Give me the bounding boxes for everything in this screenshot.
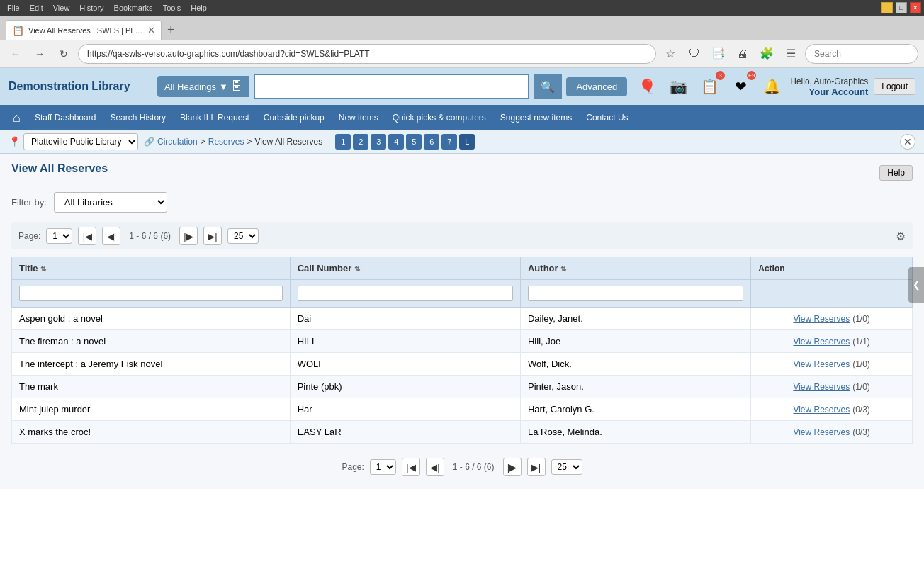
- filter-libraries-select[interactable]: All Libraries: [54, 192, 167, 213]
- search-category-label: All Headings: [164, 81, 216, 92]
- maximize-button[interactable]: □: [896, 2, 907, 13]
- refresh-button[interactable]: ↻: [54, 44, 74, 64]
- scroll-right-arrow[interactable]: ❮: [908, 267, 924, 303]
- view-reserves-link[interactable]: View Reserves: [793, 427, 850, 437]
- last-page-btn-bottom[interactable]: ▶|: [527, 458, 546, 476]
- print-icon[interactable]: 🖨: [733, 44, 753, 64]
- back-button[interactable]: ←: [6, 44, 26, 64]
- menu-view[interactable]: View: [49, 2, 74, 13]
- page-num-1[interactable]: 1: [335, 134, 351, 150]
- nav-quick-picks[interactable]: Quick picks & computers: [385, 107, 493, 128]
- cell-author: Pinter, Jason.: [520, 376, 750, 398]
- cell-title: The mark: [12, 376, 291, 398]
- page-num-5[interactable]: 5: [406, 134, 422, 150]
- menu-bookmarks[interactable]: Bookmarks: [110, 2, 157, 13]
- cell-author: La Rose, Melinda.: [520, 421, 750, 444]
- cell-call-number: EASY LaR: [290, 421, 520, 444]
- breadcrumb-location: 📍 Platteville Public Library: [9, 133, 138, 150]
- page-num-3[interactable]: 3: [371, 134, 386, 150]
- balloon-icon-button[interactable]: 🎈: [634, 74, 660, 99]
- page-num-4[interactable]: 4: [388, 134, 404, 150]
- close-button[interactable]: ✕: [910, 2, 921, 13]
- nav-blank-ill-request[interactable]: Blank ILL Request: [173, 107, 257, 128]
- nav-new-items[interactable]: New items: [332, 107, 385, 128]
- camera-icon-button[interactable]: 📷: [665, 74, 691, 99]
- location-select[interactable]: Platteville Public Library: [23, 133, 138, 150]
- extension-icon[interactable]: 🧩: [757, 44, 777, 64]
- nav-staff-dashboard[interactable]: Staff Dashboard: [28, 107, 103, 128]
- settings-icon-button[interactable]: ⚙: [896, 230, 906, 243]
- page-select-top[interactable]: 1: [46, 228, 72, 244]
- bookmark-list-icon[interactable]: 📑: [709, 44, 728, 64]
- your-account-link[interactable]: Your Account: [790, 86, 868, 97]
- nav-suggest-new-items[interactable]: Suggest new items: [493, 107, 579, 128]
- first-page-btn-top[interactable]: |◀: [78, 227, 96, 245]
- forward-button[interactable]: →: [30, 44, 50, 64]
- menu-history[interactable]: History: [75, 2, 108, 13]
- search-category-dropdown[interactable]: All Headings ▼ 🗄: [157, 76, 249, 97]
- per-page-select-top[interactable]: 25: [227, 228, 259, 244]
- active-tab[interactable]: 📋 View All Reserves | SWLS | PLAT ✕: [6, 20, 162, 40]
- nav-contact-us[interactable]: Contact Us: [579, 107, 635, 128]
- page-label-bottom: Page:: [342, 462, 364, 472]
- logout-button[interactable]: Logout: [874, 78, 915, 95]
- first-page-btn-bottom[interactable]: |◀: [402, 458, 420, 476]
- nav-search-history[interactable]: Search History: [103, 107, 173, 128]
- cell-action: View Reserves(0/3): [751, 398, 913, 421]
- title-filter-input[interactable]: [19, 286, 283, 301]
- cell-call-number: Dai: [290, 308, 520, 330]
- new-tab-button[interactable]: +: [163, 20, 179, 40]
- page-num-7[interactable]: 7: [441, 134, 457, 150]
- reserve-count: (1/1): [852, 337, 870, 347]
- bookmark-icon[interactable]: ☆: [660, 44, 680, 64]
- shield-icon[interactable]: 🛡: [684, 44, 704, 64]
- help-button[interactable]: Help: [879, 165, 913, 181]
- table-filter-row: [12, 280, 913, 308]
- col-header-call-number[interactable]: Call Number ⇅: [290, 257, 520, 280]
- next-page-btn-bottom[interactable]: |▶: [503, 458, 522, 476]
- view-reserves-link[interactable]: View Reserves: [793, 314, 850, 324]
- advanced-search-button[interactable]: Advanced: [566, 77, 627, 96]
- menu-file[interactable]: File: [3, 2, 24, 13]
- camera-icon: 📷: [670, 78, 687, 95]
- next-page-btn-top[interactable]: |▶: [179, 227, 198, 245]
- title-filter-cell: [12, 280, 291, 308]
- search-button[interactable]: 🔍: [534, 74, 562, 99]
- search-input[interactable]: [254, 74, 530, 99]
- col-header-title[interactable]: Title ⇅: [12, 257, 291, 280]
- menu-help[interactable]: Help: [186, 2, 211, 13]
- author-sort-icon: ⇅: [560, 265, 566, 273]
- tab-close-icon[interactable]: ✕: [147, 25, 155, 35]
- breadcrumb-circulation[interactable]: Circulation: [157, 137, 198, 147]
- browser-search-input[interactable]: [805, 44, 918, 64]
- address-input[interactable]: [78, 44, 656, 64]
- notifications-icon-button[interactable]: 🔔: [759, 74, 784, 99]
- cell-action: View Reserves(1/0): [751, 308, 913, 330]
- view-reserves-link[interactable]: View Reserves: [793, 359, 850, 369]
- breadcrumb-close-button[interactable]: ✕: [900, 134, 915, 150]
- page-info-bottom: 1 - 6 / 6 (6): [453, 462, 495, 472]
- menu-tools[interactable]: Tools: [159, 2, 186, 13]
- minimize-button[interactable]: _: [881, 2, 893, 13]
- view-reserves-link[interactable]: View Reserves: [793, 337, 850, 347]
- breadcrumb-reserves[interactable]: Reserves: [208, 137, 244, 147]
- col-header-author[interactable]: Author ⇅: [520, 257, 750, 280]
- prev-page-btn-bottom[interactable]: ◀|: [426, 458, 444, 476]
- menu-edit[interactable]: Edit: [26, 2, 47, 13]
- last-page-btn-top[interactable]: ▶|: [203, 227, 222, 245]
- page-num-6[interactable]: 6: [424, 134, 439, 150]
- prev-page-btn-top[interactable]: ◀|: [102, 227, 120, 245]
- location-icon: 📍: [9, 136, 21, 147]
- call-number-filter-input[interactable]: [298, 286, 513, 301]
- author-filter-input[interactable]: [528, 286, 743, 301]
- page-num-l[interactable]: L: [459, 134, 475, 150]
- menu-icon[interactable]: ☰: [781, 44, 801, 64]
- page-num-2[interactable]: 2: [353, 134, 368, 150]
- title-sort-icon: ⇅: [40, 265, 46, 273]
- view-reserves-link[interactable]: View Reserves: [793, 382, 850, 392]
- nav-curbside-pickup[interactable]: Curbside pickup: [257, 107, 332, 128]
- page-select-bottom[interactable]: 1: [370, 459, 396, 475]
- per-page-select-bottom[interactable]: 25: [551, 459, 582, 475]
- nav-home-icon[interactable]: ⌂: [6, 106, 28, 130]
- view-reserves-link[interactable]: View Reserves: [793, 405, 850, 415]
